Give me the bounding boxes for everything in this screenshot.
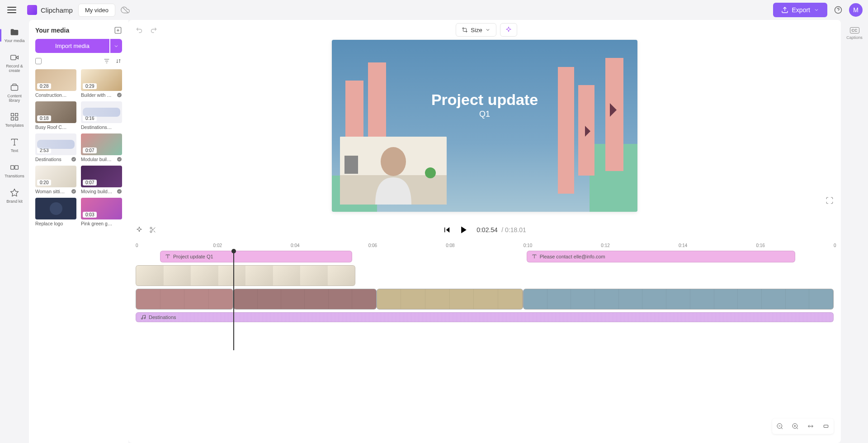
svg-point-25 bbox=[117, 189, 122, 194]
media-thumbnail bbox=[35, 198, 76, 219]
media-duration: 0:18 bbox=[37, 115, 51, 121]
media-item[interactable]: 0:16Destinations (ou… bbox=[81, 101, 122, 130]
import-media-button[interactable]: Import media bbox=[35, 39, 109, 53]
fit-button[interactable] bbox=[805, 420, 816, 432]
ruler-tick: 0:14 bbox=[679, 243, 687, 248]
menu-button[interactable] bbox=[5, 5, 18, 15]
media-item[interactable]: 0:07Modular build… bbox=[81, 133, 122, 162]
media-item[interactable]: 0:18Busy Roof Const… bbox=[35, 101, 76, 130]
media-item[interactable]: 0:20Woman sittin… bbox=[35, 166, 76, 194]
project-name-tab[interactable]: My video bbox=[78, 4, 115, 17]
video-track[interactable] bbox=[136, 289, 834, 310]
ruler-tick: 0:04 bbox=[291, 243, 299, 248]
video-clip[interactable] bbox=[136, 289, 233, 310]
upload-icon bbox=[781, 6, 788, 14]
video-clip[interactable] bbox=[233, 289, 377, 310]
svg-rect-38 bbox=[344, 156, 358, 174]
media-name: Destinations (ou… bbox=[81, 124, 113, 130]
audio-track[interactable]: Destinations bbox=[136, 312, 834, 322]
panel-title: Your media bbox=[35, 27, 69, 34]
timeline[interactable]: 00:020:040:060:080:100:120:140:160 Proje… bbox=[128, 240, 841, 443]
media-item[interactable]: Replace logo bbox=[35, 198, 76, 226]
pip-clip[interactable] bbox=[136, 265, 355, 286]
export-button[interactable]: Export bbox=[773, 3, 827, 17]
filter-button[interactable] bbox=[103, 57, 110, 65]
sort-button[interactable] bbox=[115, 57, 122, 65]
ruler-tick: 0 bbox=[136, 243, 138, 248]
size-dropdown[interactable]: Size bbox=[456, 23, 496, 37]
media-item[interactable]: 0:29Builder with d… bbox=[81, 69, 122, 98]
preview-title: Project update bbox=[431, 91, 538, 109]
magic-button[interactable] bbox=[136, 226, 143, 233]
svg-point-51 bbox=[144, 318, 146, 319]
expand-button[interactable] bbox=[820, 420, 832, 432]
video-preview[interactable]: Project update Q1 bbox=[332, 40, 637, 212]
captions-button[interactable]: CC Captions bbox=[846, 27, 863, 40]
media-name: Woman sittin… bbox=[35, 189, 67, 194]
sidebar-item-your-media[interactable]: Your media bbox=[2, 24, 27, 47]
media-thumbnail: 0:20 bbox=[35, 166, 76, 187]
user-avatar[interactable]: M bbox=[849, 3, 863, 17]
video-clip[interactable] bbox=[523, 289, 834, 310]
sparkle-icon bbox=[505, 26, 512, 33]
check-icon bbox=[117, 92, 122, 98]
ruler-tick: 0:16 bbox=[756, 243, 764, 248]
cloud-sync-icon[interactable] bbox=[121, 5, 130, 14]
media-item[interactable]: 0:07Moving buildi… bbox=[81, 166, 122, 194]
zoom-out-button[interactable] bbox=[774, 420, 786, 432]
time-ruler[interactable]: 00:020:040:060:080:100:120:140:160 bbox=[136, 240, 834, 251]
svg-line-0 bbox=[123, 8, 128, 13]
picture-in-picture[interactable] bbox=[340, 137, 447, 205]
text-icon bbox=[165, 254, 170, 259]
svg-line-53 bbox=[781, 428, 783, 429]
media-item[interactable]: 0:03Pink green geo… bbox=[81, 198, 122, 226]
text-icon bbox=[532, 254, 537, 259]
zoom-in-button[interactable] bbox=[789, 420, 801, 432]
split-button[interactable] bbox=[149, 226, 156, 233]
sidebar-item-content-library[interactable]: Content library bbox=[2, 79, 27, 107]
skip-start-button[interactable] bbox=[443, 226, 451, 234]
sidebar-item-label: Record & create bbox=[2, 64, 27, 73]
video-clip[interactable] bbox=[377, 289, 523, 310]
sidebar-item-templates[interactable]: Templates bbox=[2, 108, 27, 132]
pip-track[interactable] bbox=[136, 265, 834, 286]
svg-line-56 bbox=[797, 428, 798, 429]
add-media-button[interactable] bbox=[114, 26, 122, 34]
svg-rect-7 bbox=[11, 114, 14, 116]
text-clip[interactable]: Project update Q1 bbox=[160, 251, 352, 262]
sidebar-item-text[interactable]: Text bbox=[2, 133, 27, 157]
text-clip[interactable]: Please contact elle@info.com bbox=[527, 251, 795, 262]
ai-tools-button[interactable] bbox=[500, 23, 517, 37]
logo-icon bbox=[27, 5, 37, 15]
audio-clip[interactable]: Destinations bbox=[136, 312, 834, 322]
help-button[interactable] bbox=[833, 5, 844, 15]
undo-button[interactable] bbox=[136, 26, 144, 34]
editor-main: Size Project update Q bbox=[128, 20, 841, 443]
chevron-down-icon bbox=[814, 7, 819, 13]
media-item[interactable]: 0:28Construction Wo… bbox=[35, 69, 76, 98]
svg-line-43 bbox=[154, 231, 156, 233]
text-track[interactable]: Project update Q1Please contact elle@inf… bbox=[136, 251, 834, 262]
sidebar-item-brand-kit[interactable]: Brand kit bbox=[2, 184, 27, 208]
svg-rect-8 bbox=[15, 114, 18, 116]
play-button[interactable] bbox=[459, 225, 468, 234]
media-duration: 0:03 bbox=[83, 212, 97, 218]
sidebar-item-transitions[interactable]: Transitions bbox=[2, 159, 27, 182]
sidebar-item-record-create[interactable]: Record & create bbox=[2, 49, 27, 77]
fullscreen-button[interactable] bbox=[826, 196, 834, 205]
redo-button[interactable] bbox=[149, 26, 157, 34]
media-thumbnail: 0:07 bbox=[81, 166, 122, 187]
media-item[interactable]: 2:53Destinations bbox=[35, 133, 76, 162]
svg-marker-45 bbox=[446, 227, 450, 233]
ruler-tick: 0:12 bbox=[601, 243, 609, 248]
media-name: Modular build… bbox=[81, 157, 113, 162]
export-label: Export bbox=[792, 6, 810, 14]
import-dropdown-button[interactable] bbox=[110, 39, 122, 53]
check-icon bbox=[71, 157, 76, 162]
select-all-checkbox[interactable] bbox=[35, 58, 42, 64]
app-logo[interactable]: Clipchamp bbox=[27, 5, 73, 15]
brand-icon bbox=[9, 188, 19, 198]
svg-rect-60 bbox=[824, 425, 828, 427]
svg-rect-6 bbox=[11, 86, 18, 91]
ruler-tick: 0 bbox=[834, 243, 836, 248]
